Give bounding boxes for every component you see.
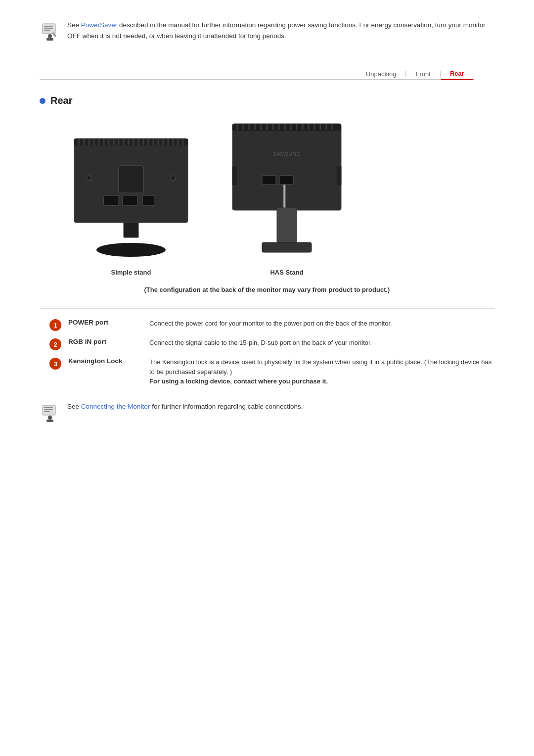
divider <box>40 308 494 309</box>
port-row-3: Kensington Lock The Kensington lock is a… <box>68 357 494 386</box>
svg-rect-34 <box>142 195 155 205</box>
svg-rect-1 <box>44 26 53 27</box>
config-note: (The configuration at the back of the mo… <box>40 286 494 293</box>
svg-rect-35 <box>119 166 143 193</box>
bottom-note-icon <box>40 401 60 424</box>
svg-rect-67 <box>336 166 341 186</box>
port-name-2: RGB IN port <box>68 338 142 345</box>
svg-point-36 <box>87 176 91 181</box>
svg-rect-5 <box>46 38 53 41</box>
svg-text:SAMSUNG: SAMSUNG <box>273 151 301 157</box>
bottom-note-text: See Connecting the Monitor for further i… <box>67 401 303 412</box>
tab-front[interactable]: Front <box>406 68 439 80</box>
port-item-3: 3 Kensington Lock The Kensington lock is… <box>49 357 494 386</box>
svg-rect-70 <box>44 409 53 410</box>
title-bullet-icon <box>40 98 45 104</box>
svg-rect-61 <box>279 176 293 185</box>
svg-rect-66 <box>232 166 237 186</box>
page-title-container: Rear <box>40 95 494 106</box>
has-stand-container: SAMSUNG HAS Stand <box>222 121 351 276</box>
svg-rect-65 <box>262 242 312 252</box>
top-note-text: See PowerSaver described in the manual f… <box>67 20 494 41</box>
svg-rect-33 <box>123 195 137 205</box>
port-item-1: 1 POWER port Connect the power cord for … <box>49 319 494 331</box>
port-row-2: RGB IN port Connect the signal cable to … <box>68 338 372 348</box>
has-stand-label: HAS Stand <box>270 269 303 276</box>
tab-rear[interactable]: Rear <box>441 68 473 80</box>
port-row-1: POWER port Connect the power cord for yo… <box>68 319 392 329</box>
port-badge-1: 1 <box>49 319 61 331</box>
monitor-images-section: Simple stand SAMSUNG <box>40 121 494 276</box>
svg-rect-64 <box>277 208 297 242</box>
page-title: Rear <box>50 95 72 106</box>
nav-tabs: Unpacking | Front | Rear | <box>40 67 475 80</box>
port-desc-3: The Kensington lock is a device used to … <box>149 357 494 386</box>
svg-rect-40 <box>232 124 341 210</box>
simple-stand-image <box>69 136 193 260</box>
simple-stand-container: Simple stand <box>69 136 193 276</box>
simple-stand-label: Simple stand <box>111 269 151 276</box>
svg-point-4 <box>48 34 52 38</box>
port-name-1: POWER port <box>68 319 142 326</box>
port-badge-3: 3 <box>49 358 61 370</box>
port-item-2: 2 RGB IN port Connect the signal cable t… <box>49 338 494 350</box>
ports-list: 1 POWER port Connect the power cord for … <box>40 319 494 386</box>
bottom-note: See Connecting the Monitor for further i… <box>40 401 494 424</box>
port-badge-2: 2 <box>49 338 61 350</box>
powersaver-link[interactable]: PowerSaver <box>81 21 118 29</box>
svg-rect-38 <box>124 223 138 237</box>
port-desc-1: Connect the power cord for your monitor … <box>149 319 392 329</box>
svg-rect-69 <box>44 407 53 408</box>
svg-point-72 <box>48 416 52 420</box>
svg-rect-3 <box>44 30 50 31</box>
nav-sep-3: | <box>473 70 475 77</box>
svg-rect-2 <box>44 28 53 29</box>
tab-unpacking[interactable]: Unpacking <box>357 68 405 80</box>
svg-point-39 <box>96 243 166 257</box>
svg-point-37 <box>171 176 176 181</box>
svg-rect-71 <box>44 411 50 412</box>
has-stand-image: SAMSUNG <box>222 121 351 260</box>
svg-rect-32 <box>104 195 119 205</box>
svg-rect-73 <box>46 420 53 422</box>
port-desc-2: Connect the signal cable to the 15-pin, … <box>149 338 372 348</box>
port-kensington-bold: For using a locking device, contact wher… <box>149 378 328 385</box>
svg-rect-9 <box>74 139 188 145</box>
note-icon <box>40 20 60 42</box>
connecting-monitor-link[interactable]: Connecting the Monitor <box>81 403 150 410</box>
top-note: See PowerSaver described in the manual f… <box>40 20 494 42</box>
svg-rect-60 <box>262 176 276 185</box>
port-name-3: Kensington Lock <box>68 357 142 365</box>
